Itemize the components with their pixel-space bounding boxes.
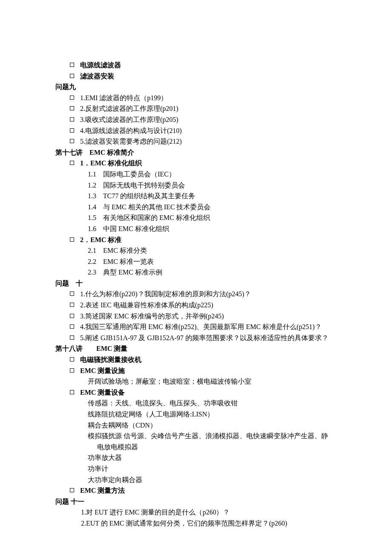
text: 3.吸收式滤波器的工作原理(p205): [70, 114, 179, 125]
q9-item: 4.电源线滤波器的构成与设计(210): [55, 125, 341, 136]
text: 1．EMC 标准化组织: [70, 158, 142, 169]
q10-item: 2.表述 IEC 电磁兼容性标准体系的构成(p225): [55, 300, 341, 311]
lec18-item: EMC 测量设施: [55, 365, 341, 376]
lec18-sub: 耦合去耦网络（CDN）: [55, 420, 341, 431]
q10-item: 3.简述国家 EMC 标准编号的形式，并举例(p245): [55, 311, 341, 322]
lec17-sec1-item: 1.1 国际电工委员会（IEC）: [55, 169, 341, 180]
lec17-sec2-item: 2.2 EMC 标准一览表: [55, 256, 341, 267]
q9-title: 问题九: [55, 81, 341, 92]
text: 电源线滤波器: [70, 60, 121, 71]
q9-item: 3.吸收式滤波器的工作原理(p205): [55, 114, 341, 125]
lec18-sub: 大功率定向耦合器: [55, 474, 341, 486]
text: 4.我国三军通用的军用 EMC 标准(p252)、美国最新军用 EMC 标准是什…: [70, 321, 322, 332]
lec18-sub: 电放电模拟器: [55, 442, 341, 453]
text: 滤波器安装: [70, 71, 114, 82]
text: 电磁骚扰测量接收机: [70, 354, 141, 365]
lec17-sec1-item: 1.6 中国 EMC 标准化组织: [55, 223, 341, 234]
q9-item: 5.滤波器安装需要考虑的问题(212): [55, 136, 341, 147]
q10-item: 5.阐述 GJB151A-97 及 GJB152A-97 的频率范围要求？以及标…: [55, 332, 341, 344]
lec18-sub: 功率计: [55, 463, 341, 474]
q11-item: 2.EUT 的 EMC 测试通常如何分类，它们的频率范围怎样界定？(p260): [55, 518, 341, 529]
lec17-sec2-item: 2.1 EMC 标准分类: [55, 245, 341, 256]
q9-item: 1.EMI 滤波器的特点（p199）: [55, 92, 341, 104]
text: EMC 测量设备: [70, 387, 125, 398]
text: 2.表述 IEC 电磁兼容性标准体系的构成(p225): [70, 300, 213, 311]
pre-item-2: 滤波器安装: [55, 71, 341, 82]
lec18-sub: 模拟骚扰源 信号源、尖峰信号产生器、浪涌模拟器、电快速瞬变脉冲产生器、静: [55, 431, 341, 442]
lec18-item: EMC 测量方法: [55, 485, 341, 496]
q10-title: 问题 十: [55, 278, 341, 289]
pre-item-1: 电源线滤波器: [55, 60, 341, 71]
lec18-sub: 线路阻抗稳定网络（人工电源网络:LISN）: [55, 409, 341, 420]
text: 1.EMI 滤波器的特点（p199）: [70, 92, 167, 104]
q11-item: 1.对 EUT 进行 EMC 测量的目的是什么（p260）？: [55, 507, 341, 518]
text: 5.阐述 GJB151A-97 及 GJB152A-97 的频率范围要求？以及标…: [70, 332, 329, 344]
lec17-sec2-heading: 2．EMC 标准: [55, 234, 341, 246]
q10-item: 1.什么为标准(p220)？我国制定标准的原则和方法(p245)？: [55, 289, 341, 300]
lec17-sec1-item: 1.4 与 EMC 相关的其他 IEC 技术委员会: [55, 202, 341, 213]
lec17-title: 第十七讲 EMC 标准简介: [55, 147, 341, 158]
lec17-sec1-heading: 1．EMC 标准化组织: [55, 158, 341, 169]
q10-item: 4.我国三军通用的军用 EMC 标准(p252)、美国最新军用 EMC 标准是什…: [55, 321, 341, 332]
lec18-sub: 开阔试验场地；屏蔽室；电波暗室；横电磁波传输小室: [55, 376, 341, 387]
text: 1.什么为标准(p220)？我国制定标准的原则和方法(p245)？: [70, 289, 251, 300]
lec17-sec2-item: 2.3 典型 EMC 标准示例: [55, 267, 341, 278]
text: 5.滤波器安装需要考虑的问题(212): [70, 136, 182, 147]
text: 2.反射式滤波器的工作原理(p201): [70, 103, 179, 114]
text: 2．EMC 标准: [70, 234, 121, 246]
text: 3.简述国家 EMC 标准编号的形式，并举例(p245): [70, 311, 224, 322]
text: 4.电源线滤波器的构成与设计(210): [70, 125, 182, 136]
lec17-sec1-item: 1.3 TC77 的组织结构及其主要任务: [55, 191, 341, 202]
lec17-sec1-item: 1.2 国际无线电干扰特别委员会: [55, 180, 341, 191]
lec18-title: 第十八讲 EMC 测量: [55, 343, 341, 354]
text: EMC 测量设施: [70, 365, 125, 376]
lec17-sec1-item: 1.5 有关地区和国家的 EMC 标准化组织: [55, 212, 341, 223]
lec18-item: EMC 测量设备: [55, 387, 341, 398]
lec18-sub: 传感器：天线、电流探头、电压探头、功率吸收钳: [55, 398, 341, 409]
q9-item: 2.反射式滤波器的工作原理(p201): [55, 103, 341, 114]
lec18-item: 电磁骚扰测量接收机: [55, 354, 341, 365]
lec18-sub: 功率放大器: [55, 452, 341, 463]
q11-title: 问题 十一: [55, 496, 341, 507]
text: EMC 测量方法: [70, 485, 125, 496]
